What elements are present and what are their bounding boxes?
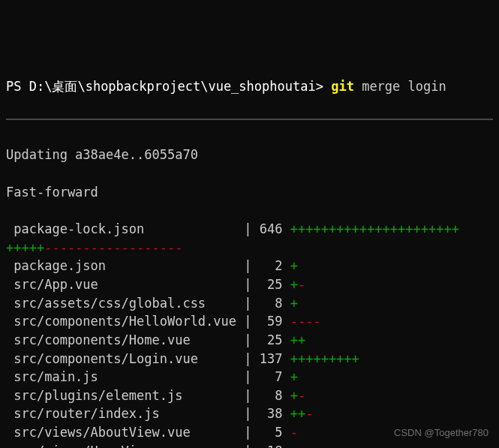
diffstat-row: src/router/index.js | 38 ++- bbox=[6, 404, 493, 423]
diffstat-row: package-lock.json | 646 ++++++++++++++++… bbox=[6, 220, 493, 239]
fastforward-line: Fast-forward bbox=[6, 183, 493, 202]
divider bbox=[6, 119, 493, 120]
diffstat-row: package.json | 2 + bbox=[6, 257, 493, 275]
diffstat-row: src/plugins/element.js | 8 +- bbox=[6, 386, 493, 405]
diffstat-row: src/views/HomeView.vue | 18 -- bbox=[6, 442, 493, 448]
diffstat-list: package-lock.json | 646 ++++++++++++++++… bbox=[6, 220, 493, 448]
watermark: CSDN @Together780 bbox=[394, 426, 488, 440]
diffstat-row: src/components/HelloWorld.vue | 59 ---- bbox=[6, 312, 493, 331]
prompt-path: D:\桌面\shopbackproject\vue_shophoutai> bbox=[29, 79, 331, 94]
git-command: git bbox=[331, 79, 354, 94]
git-args: merge login bbox=[354, 79, 446, 94]
updating-line: Updating a38ae4e..6055a70 bbox=[6, 146, 493, 164]
diffstat-row: src/components/Home.vue | 25 ++ bbox=[6, 331, 493, 350]
diffstat-row: src/App.vue | 25 +- bbox=[6, 275, 493, 294]
prompt-prefix: PS bbox=[6, 79, 29, 94]
diffstat-row-wrap: +++++------------------ bbox=[6, 239, 493, 257]
diffstat-row: src/assets/css/global.css | 8 + bbox=[6, 294, 493, 313]
diffstat-row: src/main.js | 7 + bbox=[6, 368, 493, 386]
diffstat-row: src/components/Login.vue | 137 +++++++++ bbox=[6, 350, 493, 368]
terminal-output: PS D:\桌面\shopbackproject\vue_shophoutai>… bbox=[6, 77, 493, 96]
